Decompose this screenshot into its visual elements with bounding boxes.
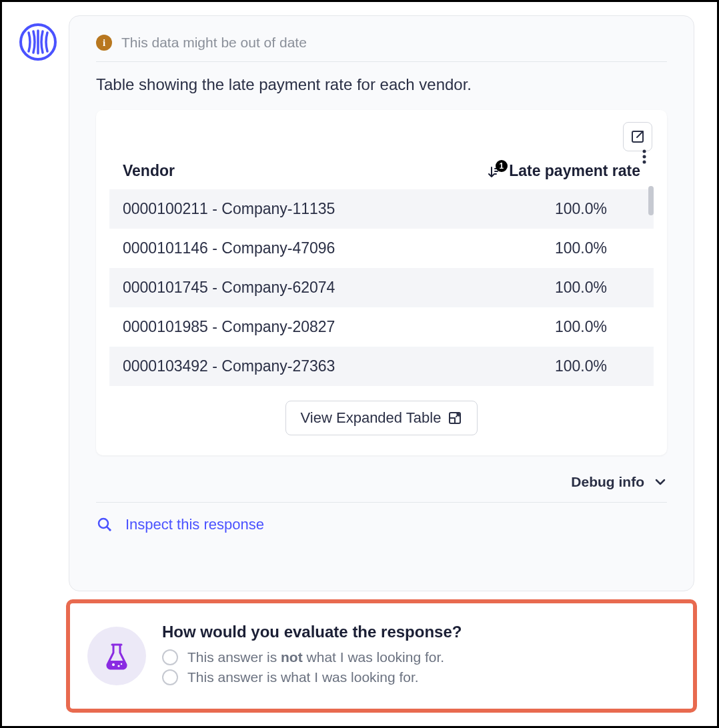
table-row[interactable]: 0000101985 - Company-20827100.0% [109,307,654,347]
vendor-cell: 0000101146 - Company-47096 [109,229,420,268]
feedback-avatar [87,627,146,685]
svg-point-9 [121,663,122,665]
rate-cell: 100.0% [420,307,654,347]
chevron-down-icon [654,475,667,489]
column-header-rate[interactable]: 1 Late payment rate [420,155,654,189]
feedback-not-suffix: what I was looking for. [303,649,444,665]
sort-indicator: 1 [488,165,501,179]
column-header-vendor[interactable]: Vendor [109,155,420,189]
radio-icon [162,649,178,665]
feedback-option-yes-label: This answer is what I was looking for. [187,669,419,685]
inspect-response-link[interactable]: Inspect this response [96,516,667,533]
sort-priority-badge: 1 [496,160,508,172]
table-row[interactable]: 0000101745 - Company-62074100.0% [109,268,654,307]
debug-info-toggle[interactable]: Debug info [96,474,667,503]
inspect-response-label: Inspect this response [125,516,264,533]
app-logo [19,23,57,61]
rate-cell: 100.0% [420,229,654,268]
vendor-table: Vendor 1 Late payment rate [109,155,654,386]
flask-icon [101,641,132,671]
debug-info-label: Debug info [571,474,644,490]
rate-cell: 100.0% [420,268,654,307]
rate-cell: 100.0% [420,189,654,229]
description-text: Table showing the late payment rate for … [96,75,667,94]
feedback-title: How would you evaluate the response? [162,623,676,641]
feedback-option-not-label: This answer is not what I was looking fo… [187,649,444,665]
table-container: Vendor 1 Late payment rate [96,110,667,455]
table-scroll-area: Vendor 1 Late payment rate [109,155,654,386]
table-row[interactable]: 0000101146 - Company-47096100.0% [109,229,654,268]
response-card: i This data might be out of date Table s… [69,15,694,591]
vendor-cell: 0000101985 - Company-20827 [109,307,420,347]
info-icon: i [96,35,112,51]
feedback-option-not[interactable]: This answer is not what I was looking fo… [162,649,676,665]
column-header-rate-label: Late payment rate [509,162,640,179]
export-icon [630,129,646,145]
svg-point-2 [643,150,646,153]
table-row[interactable]: 0000103492 - Company-27363100.0% [109,347,654,386]
scrollbar-thumb[interactable] [648,186,654,215]
view-expanded-button[interactable]: View Expanded Table [285,401,478,435]
vendor-cell: 0000101745 - Company-62074 [109,268,420,307]
feedback-option-yes[interactable]: This answer is what I was looking for. [162,669,676,685]
expand-icon [448,411,462,425]
table-row[interactable]: 0000100211 - Company-11135100.0% [109,189,654,229]
vendor-cell: 0000100211 - Company-11135 [109,189,420,229]
radio-icon [162,669,178,685]
export-button[interactable] [623,122,652,151]
inspect-icon [96,516,113,533]
warning-text: This data might be out of date [121,35,307,51]
svg-point-7 [112,663,115,666]
view-expanded-label: View Expanded Table [301,409,442,427]
feedback-not-prefix: This answer is [187,649,281,665]
warning-banner: i This data might be out of date [96,35,667,62]
column-header-vendor-label: Vendor [123,162,175,179]
feedback-content: How would you evaluate the response? Thi… [162,623,676,689]
rate-cell: 100.0% [420,347,654,386]
feedback-not-bold: not [281,649,303,665]
svg-point-8 [117,665,119,667]
feedback-panel: How would you evaluate the response? Thi… [66,599,697,713]
vendor-cell: 0000103492 - Company-27363 [109,347,420,386]
